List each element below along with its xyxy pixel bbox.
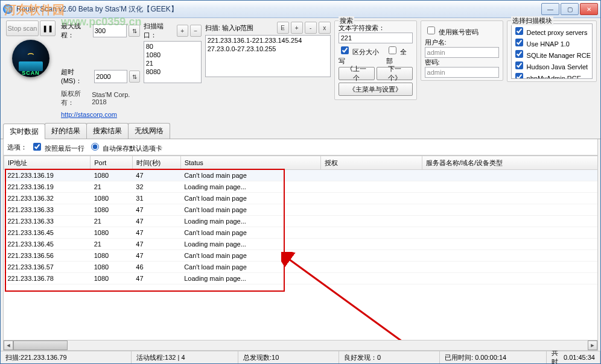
ports-label: 扫描端口：: [144, 22, 175, 40]
results-grid[interactable]: IP地址 Port 时间(秒) Status 授权 服务器名称/域名/设备类型 …: [3, 155, 598, 340]
range-add-button[interactable]: +: [291, 22, 303, 34]
scroll-right-icon[interactable]: ►: [588, 340, 597, 350]
table-row[interactable]: 221.233.136.33108047Can't load main page: [4, 204, 599, 216]
copyright-value: Stas'M Corp. 2018: [92, 91, 139, 105]
table-row[interactable]: 221.233.136.57108046Can't load main page: [4, 262, 599, 273]
range-clear-button[interactable]: x: [319, 22, 331, 34]
h-scrollbar[interactable]: ◄ ►: [3, 340, 598, 351]
table-row[interactable]: 221.233.136.32108031Can't load main page: [4, 193, 599, 204]
all-checkbox[interactable]: 全部: [386, 45, 413, 66]
tabs: 实时数据 好的结果 搜索结果 无线网络: [1, 123, 600, 139]
tab-realtime[interactable]: 实时数据: [3, 124, 45, 139]
status-total-time: 0.01:45:34: [564, 354, 595, 361]
minimize-button[interactable]: —: [541, 3, 559, 15]
col-status[interactable]: Status: [180, 156, 320, 170]
use-auth-checkbox[interactable]: 使用账号密码: [425, 25, 479, 37]
stop-scan-button[interactable]: Stop scan: [6, 20, 39, 36]
status-good: 0: [377, 354, 381, 361]
case-checkbox[interactable]: 区分大小写: [339, 45, 384, 66]
port-item[interactable]: 80: [146, 42, 199, 51]
table-row[interactable]: 221.233.136.78108047Loading main page...: [4, 273, 599, 284]
site-link[interactable]: http://stascorp.com: [61, 111, 117, 118]
ranges-label: 扫描: 输入ip范围: [205, 24, 254, 33]
status-total: 10: [272, 354, 279, 361]
modules-group: 选择扫描模块 Detect proxy servers Use HNAP 1.0…: [507, 20, 597, 82]
next-button[interactable]: 下一个》: [377, 67, 413, 80]
scroll-thumb[interactable]: [13, 340, 68, 350]
col-ip[interactable]: IP地址: [4, 156, 91, 170]
prev-button[interactable]: 《上一个: [339, 67, 375, 80]
table-row[interactable]: 221.233.136.192132Loading main page...: [4, 181, 599, 193]
max-threads-input[interactable]: 300: [93, 24, 127, 37]
tab-wireless[interactable]: 无线网络: [128, 123, 170, 139]
ranges-list[interactable]: 221.233.136.1-221.233.145.25427.23.0.0-2…: [205, 35, 331, 77]
user-input[interactable]: [425, 47, 499, 58]
table-row[interactable]: 221.233.136.19108047Can't load main page: [4, 170, 599, 181]
timeout-step-icon[interactable]: ⇅: [129, 71, 140, 83]
pass-input[interactable]: [425, 67, 499, 78]
max-threads-label: 最大线程：: [61, 22, 91, 40]
statusbar: 扫描:221.233.136.79 活动线程:132 | 4 总发现数:10 良…: [1, 351, 600, 363]
timeout-input[interactable]: 2000: [94, 70, 127, 83]
table-row[interactable]: 221.233.136.332147Loading main page...: [4, 216, 599, 227]
status-scan-ip: 221.233.136.79: [21, 354, 66, 361]
tab-search[interactable]: 搜索结果: [86, 123, 129, 139]
module-item[interactable]: Use HNAP 1.0: [513, 37, 591, 48]
timeout-label: 超时 (MS)：: [61, 67, 92, 86]
app-icon: [3, 4, 13, 14]
pause-button[interactable]: ❚❚: [40, 20, 56, 36]
module-item[interactable]: phpMyAdmin RCE: [513, 71, 591, 79]
module-item[interactable]: Hudson Java Servlet: [513, 60, 591, 71]
options-label: 选项：: [7, 143, 27, 152]
port-add-button[interactable]: +: [177, 25, 188, 37]
auth-group: 使用账号密码 用户名: 密码:: [421, 20, 503, 81]
search-input[interactable]: [339, 33, 413, 43]
close-button[interactable]: ✕: [580, 3, 598, 15]
scan-logo: ⌢ SCAN: [4, 37, 57, 80]
user-label: 用户名:: [425, 38, 499, 47]
pass-label: 密码:: [425, 58, 499, 67]
scroll-left-icon[interactable]: ◄: [4, 340, 13, 350]
threads-step-icon[interactable]: ⇅: [129, 25, 139, 37]
table-row[interactable]: 221.233.136.56108047Can't load main page: [4, 250, 599, 262]
status-elapsed: 0.00:00:14: [475, 354, 506, 361]
table-row[interactable]: 221.233.136.45108047Can't load main page: [4, 227, 599, 239]
col-server[interactable]: 服务器名称/域名/设备类型: [422, 156, 598, 170]
tab-good[interactable]: 好的结果: [45, 123, 87, 139]
range-item[interactable]: 221.233.136.1-221.233.145.254: [208, 36, 328, 45]
range-item[interactable]: 27.23.0.0-27.23.10.255: [208, 45, 328, 53]
col-auth[interactable]: 授权: [320, 156, 422, 170]
port-item[interactable]: 8080: [146, 67, 199, 76]
col-port[interactable]: Port: [91, 156, 133, 170]
module-item[interactable]: Detect proxy servers: [513, 25, 591, 37]
table-row[interactable]: 221.233.136.452147Loading main page...: [4, 239, 599, 250]
main-menu-button[interactable]: 《主菜单与设置》: [339, 83, 413, 96]
status-threads: 132 | 4: [165, 354, 185, 361]
module-item[interactable]: SQLite Manager RCE: [513, 48, 591, 60]
follow-last-checkbox[interactable]: 按照最后一行: [31, 141, 84, 153]
ports-list[interactable]: 801080218080: [144, 41, 202, 83]
maximize-button[interactable]: ▢: [561, 3, 579, 15]
range-remove-button[interactable]: -: [305, 22, 317, 34]
window-title: Router Scan v2.60 Beta by Stas'M 汉化【GEEK…: [16, 4, 178, 14]
copyright-label: 版权所有：: [61, 89, 90, 107]
col-time[interactable]: 时间(秒): [132, 156, 180, 170]
port-item[interactable]: 21: [146, 59, 199, 67]
port-remove-button[interactable]: −: [190, 25, 202, 37]
autosave-checkbox[interactable]: 自动保存默认选项卡: [88, 141, 162, 153]
range-edit-button[interactable]: E: [277, 22, 289, 34]
wifi-icon: ⌢: [27, 47, 34, 60]
titlebar: Router Scan v2.60 Beta by Stas'M 汉化【GEEK…: [1, 1, 600, 18]
port-item[interactable]: 1080: [146, 51, 199, 59]
modules-list[interactable]: Detect proxy servers Use HNAP 1.0 SQLite…: [511, 24, 593, 79]
search-group: 搜索 文本字符搜索： 区分大小写 全部 《上一个 下一个》 《主菜单与设置》: [334, 20, 417, 100]
